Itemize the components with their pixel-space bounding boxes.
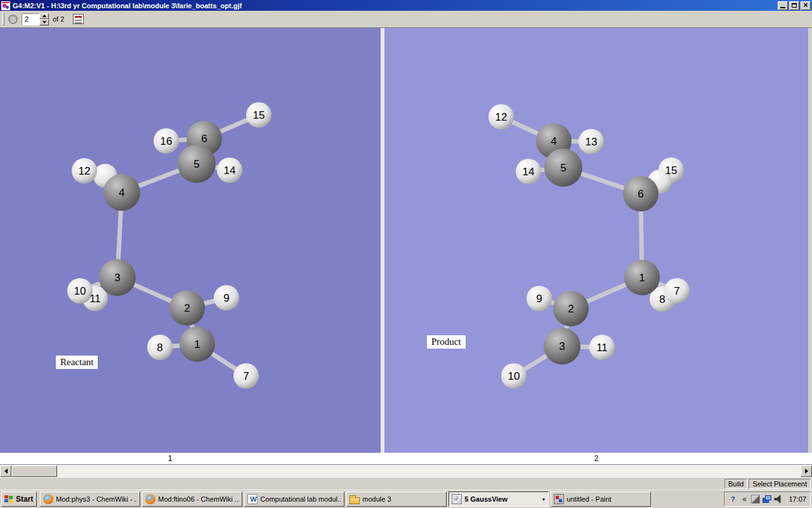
- atom-label-11: 11: [89, 293, 101, 305]
- atom-label-6: 6: [638, 188, 643, 200]
- minimize-button[interactable]: [778, 1, 788, 10]
- frame-count-label: of 2: [53, 15, 64, 23]
- taskbar-button-label: Computational lab modul...: [260, 495, 341, 503]
- status-build: Build: [724, 479, 747, 489]
- atom-label-2: 2: [184, 302, 190, 314]
- atom-label-7: 7: [674, 285, 679, 297]
- atom-label-11: 11: [596, 342, 608, 354]
- atom-label-9: 9: [536, 293, 542, 305]
- taskbar-button-label: 5 GaussView: [464, 495, 537, 503]
- atom-label-10: 10: [508, 370, 520, 382]
- atom-label-8: 8: [157, 342, 162, 354]
- pen-icon[interactable]: [751, 495, 760, 504]
- scrollbar-thumb[interactable]: [11, 465, 57, 477]
- taskbar-button-2[interactable]: Mod:ftino06 - ChemWiki ...: [142, 491, 242, 507]
- atom-label-14: 14: [224, 164, 236, 177]
- molecule-panel-product[interactable]: 121341451569817211310 Product: [384, 28, 808, 453]
- restore-button[interactable]: [789, 1, 799, 10]
- atom-label-15: 15: [253, 109, 265, 121]
- word-document-icon: [247, 494, 258, 504]
- spinner-up-icon[interactable]: [39, 13, 49, 20]
- record-icon[interactable]: [8, 15, 18, 24]
- windows-logo-icon: [4, 495, 14, 504]
- gaussview-window: G4:M2:V1 - H:\3rd yr Computational lab\m…: [0, 0, 812, 508]
- tray-clock: 17:07: [789, 495, 806, 503]
- right-edge-strip: [808, 28, 812, 453]
- network-icon[interactable]: [763, 495, 771, 504]
- atom-label-3: 3: [559, 340, 565, 352]
- statusbar: Build Select Placement: [0, 477, 812, 490]
- atom-label-14: 14: [523, 166, 535, 178]
- page-number-1: 1: [0, 454, 340, 463]
- taskbar-button-label: Mod:phys3 - ChemWiki - ...: [56, 495, 137, 503]
- frame-spinner-input[interactable]: [22, 13, 39, 25]
- start-button[interactable]: Start: [1, 491, 37, 507]
- status-placement: Select Placement: [749, 479, 811, 489]
- page-strip: 1 2: [0, 453, 812, 464]
- page-number-2: 2: [384, 454, 808, 463]
- tray-icons: [728, 495, 783, 504]
- atom-label-15: 15: [665, 164, 678, 177]
- atom-label-5: 5: [560, 162, 566, 174]
- taskbar-button-4[interactable]: module 3: [346, 491, 447, 507]
- atom-label-1: 1: [639, 272, 645, 284]
- annotation-product[interactable]: Product: [427, 335, 466, 349]
- close-button[interactable]: ×: [801, 1, 811, 10]
- atom-label-1: 1: [194, 338, 200, 351]
- gaussview-icon: [452, 494, 462, 504]
- minimize-icon: [780, 7, 785, 8]
- atom-label-10: 10: [74, 285, 86, 297]
- scroll-left-button[interactable]: [0, 465, 11, 477]
- atom-label-5: 5: [193, 158, 199, 170]
- viewport: 151665141241131092817 Reactant 121341451…: [0, 28, 812, 453]
- app-icon: [1, 1, 10, 10]
- firefox-icon: [145, 494, 155, 504]
- taskbar-button-1[interactable]: Mod:phys3 - ChemWiki - ...: [40, 491, 140, 507]
- start-label: Start: [16, 495, 33, 504]
- horizontal-scrollbar[interactable]: [0, 464, 812, 477]
- taskbar: Start Mod:phys3 - ChemWiki - ...Mod:ftin…: [0, 490, 812, 508]
- atom-label-4: 4: [551, 135, 556, 147]
- scroll-right-button[interactable]: [801, 465, 812, 477]
- taskbar-button-label: Mod:ftino06 - ChemWiki ...: [158, 495, 239, 503]
- taskbar-button-3[interactable]: Computational lab modul...: [244, 491, 344, 507]
- titlebar[interactable]: G4:M2:V1 - H:\3rd yr Computational lab\m…: [0, 0, 812, 11]
- molecule-view-product[interactable]: 121341451569817211310: [384, 28, 808, 453]
- help-icon[interactable]: [728, 495, 737, 504]
- taskbar-button-label: untitled - Paint: [566, 495, 648, 503]
- restore-icon: [792, 3, 797, 8]
- paint-icon: [554, 494, 564, 504]
- atom-label-3: 3: [114, 272, 120, 284]
- taskbar-button-5[interactable]: 5 GaussView▼: [449, 491, 549, 507]
- atom-label-12: 12: [495, 111, 508, 123]
- volume-icon[interactable]: [774, 495, 783, 504]
- atom-label-7: 7: [243, 370, 249, 382]
- frame-dialog-icon[interactable]: [73, 14, 84, 24]
- scroll-left-icon: [2, 469, 8, 474]
- atom-label-8: 8: [659, 293, 665, 305]
- close-icon: ×: [803, 1, 808, 9]
- toolbar-grip[interactable]: [3, 13, 4, 25]
- window-title: G4:M2:V1 - H:\3rd yr Computational lab\m…: [13, 2, 776, 10]
- system-tray: 17:07: [724, 491, 811, 507]
- folder-icon: [350, 497, 360, 504]
- annotation-reactant[interactable]: Reactant: [56, 356, 98, 369]
- atom-label-13: 13: [586, 136, 598, 148]
- atom-label-9: 9: [223, 292, 229, 304]
- atom-label-12: 12: [79, 165, 91, 177]
- atom-label-2: 2: [568, 303, 573, 315]
- spinner-down-icon[interactable]: [39, 19, 49, 25]
- taskbar-buttons: Mod:phys3 - ChemWiki - ...Mod:ftino06 - …: [40, 491, 651, 507]
- atom-label-16: 16: [160, 135, 173, 147]
- taskbar-button-6[interactable]: untitled - Paint: [551, 491, 651, 507]
- molecule-panel-reactant[interactable]: 151665141241131092817 Reactant: [0, 28, 381, 453]
- collapse-chevron-icon[interactable]: [740, 495, 749, 504]
- frame-spinner: [22, 13, 49, 25]
- scroll-right-icon: [805, 469, 811, 474]
- firefox-icon: [43, 494, 53, 504]
- molecule-view-reactant[interactable]: 151665141241131092817: [0, 28, 381, 453]
- taskbar-button-label: module 3: [362, 495, 443, 503]
- atom-label-6: 6: [201, 133, 207, 145]
- taskbar-group-arrow-icon[interactable]: ▼: [541, 497, 546, 502]
- atom-label-4: 4: [119, 187, 124, 199]
